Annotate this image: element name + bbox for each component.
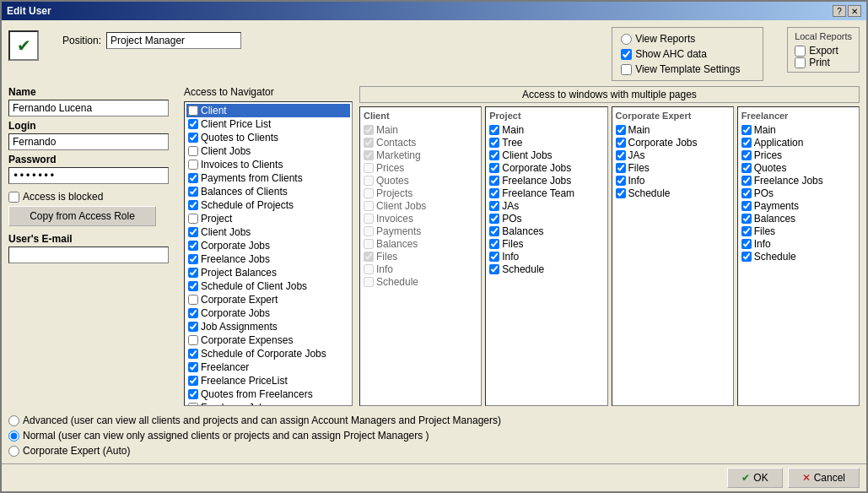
list-item[interactable]: Freelance Jobs [186, 401, 350, 405]
access-item[interactable]: Payments [741, 200, 855, 212]
list-item[interactable]: Client Jobs [186, 225, 350, 239]
position-label: Position: [62, 35, 101, 46]
access-item[interactable]: POs [741, 187, 855, 199]
list-item[interactable]: Payments from Clients [186, 171, 350, 185]
access-item[interactable]: Balances [741, 213, 855, 225]
print-checkbox[interactable]: Print [795, 57, 852, 68]
list-item[interactable]: Schedule of Corporate Jobs [186, 347, 350, 360]
list-item[interactable]: Quotes from Freelancers [186, 387, 350, 401]
advanced-radio[interactable] [8, 415, 19, 426]
list-item[interactable]: Corporate Jobs [186, 239, 350, 252]
list-item[interactable]: Project Balances [186, 266, 350, 279]
access-item[interactable]: POs [489, 213, 603, 225]
list-item[interactable]: Client Price List [186, 117, 350, 131]
list-item[interactable]: Schedule of Client Jobs [186, 279, 350, 293]
corporate-radio[interactable] [8, 446, 19, 457]
ok-button[interactable]: ✔ OK [727, 468, 782, 488]
access-item: Prices [364, 162, 477, 174]
access-item[interactable]: JAs [616, 149, 730, 161]
advanced-radio-label: Advanced (user can view all clients and … [23, 414, 501, 426]
titlebar: Edit User ? ✕ [2, 2, 866, 20]
access-item[interactable]: Files [616, 162, 730, 174]
list-item[interactable]: Invoices to Clients [186, 158, 350, 171]
access-item[interactable]: JAs [489, 200, 603, 212]
access-item[interactable]: Files [741, 225, 855, 237]
access-item[interactable]: Info [741, 238, 855, 250]
corporate-radio-label: Corporate Expert (Auto) [23, 445, 130, 457]
view-template-checkbox[interactable]: View Template Settings [621, 63, 754, 75]
local-reports-title: Local Reports [795, 31, 852, 41]
corporate-access-col[interactable]: Corporate Expert Main Corporate Jobs JAs… [612, 106, 734, 406]
access-item[interactable]: Balances [489, 225, 603, 237]
access-item[interactable]: Tree [489, 137, 603, 149]
access-item[interactable]: Freelance Team [489, 187, 603, 199]
name-group: Name [8, 86, 177, 116]
access-item[interactable]: Corporate Jobs [489, 162, 603, 174]
bottom-buttons: ✔ OK ✕ Cancel [2, 463, 866, 491]
access-item: Projects [364, 187, 477, 199]
normal-radio[interactable] [8, 431, 19, 442]
copy-from-access-role-button[interactable]: Copy from Access Role [8, 206, 156, 226]
position-input[interactable] [106, 32, 241, 49]
list-item[interactable]: Client Jobs [186, 144, 350, 158]
access-item: Invoices [364, 213, 477, 225]
access-item: Quotes [364, 175, 477, 187]
client-access-col[interactable]: Client Main Contacts Marketing Prices Qu… [359, 106, 482, 406]
access-item[interactable]: Quotes [741, 162, 855, 174]
cancel-button[interactable]: ✕ Cancel [788, 468, 860, 488]
access-item[interactable]: Main [741, 124, 855, 136]
access-item[interactable]: Files [489, 238, 603, 250]
access-item[interactable]: Freelance Jobs [741, 175, 855, 187]
corporate-col-title: Corporate Expert [616, 111, 730, 121]
list-item[interactable]: Corporate Expert [186, 293, 350, 306]
list-item[interactable]: Schedule of Projects [186, 198, 350, 212]
close-button[interactable]: ✕ [848, 5, 861, 17]
freelancer-access-col[interactable]: Freelancer Main Application Prices Quote… [737, 106, 860, 406]
show-ahc-checkbox[interactable]: Show AHC data [621, 48, 754, 60]
access-item[interactable]: Schedule [616, 187, 730, 199]
list-item[interactable]: Project [186, 212, 350, 225]
list-item[interactable]: Balances of Clients [186, 185, 350, 198]
access-item[interactable]: Info [489, 251, 603, 263]
access-panel: Access to windows with multiple pages Cl… [359, 86, 860, 406]
navigator-list[interactable]: Client Client Price List Quotes to Clien… [185, 102, 352, 405]
list-item[interactable]: Freelance Jobs [186, 252, 350, 266]
export-checkbox[interactable]: Export [795, 45, 852, 57]
email-input[interactable] [8, 246, 169, 263]
local-reports-box: Local Reports Export Print [787, 27, 860, 73]
list-item[interactable]: Corporate Expenses [186, 333, 350, 347]
middle-section: Name Login Password Access is blocked Co… [8, 86, 860, 406]
access-item[interactable]: Corporate Jobs [616, 137, 730, 149]
list-item[interactable]: Job Assignments [186, 320, 350, 333]
top-section: ✔ Position: View Reports Show AHC data V… [8, 27, 860, 81]
list-item[interactable]: Corporate Jobs [186, 306, 350, 320]
access-item: Schedule [364, 276, 477, 288]
help-button[interactable]: ? [833, 5, 846, 17]
access-item[interactable]: Main [616, 124, 730, 136]
list-item[interactable]: Quotes to Clients [186, 131, 350, 144]
password-input[interactable] [8, 167, 169, 184]
access-blocked-label: Access is blocked [23, 191, 103, 203]
access-item[interactable]: Prices [741, 149, 855, 161]
access-item[interactable]: Schedule [489, 263, 603, 275]
list-item[interactable]: Freelance PriceList [186, 374, 350, 387]
list-item[interactable]: Client [186, 104, 350, 117]
list-item[interactable]: Freelancer [186, 360, 350, 374]
access-item: Balances [364, 238, 477, 250]
ok-checkmark-icon: ✔ [741, 472, 750, 484]
email-group: User's E-mail [8, 230, 177, 263]
name-input[interactable] [8, 100, 169, 116]
view-reports-radio[interactable]: View Reports [621, 33, 754, 45]
normal-radio-row: Normal (user can view only assigned clie… [8, 430, 860, 442]
access-item[interactable]: Main [489, 124, 603, 136]
access-item: Payments [364, 225, 477, 237]
access-item[interactable]: Client Jobs [489, 149, 603, 161]
project-access-col[interactable]: Project Main Tree Client Jobs Corporate … [485, 106, 607, 406]
login-input[interactable] [8, 133, 169, 150]
access-item[interactable]: Application [741, 137, 855, 149]
name-label: Name [8, 86, 177, 98]
access-item[interactable]: Freelance Jobs [489, 175, 603, 187]
access-item[interactable]: Info [616, 175, 730, 187]
access-blocked-checkbox[interactable] [8, 192, 19, 203]
access-item[interactable]: Schedule [741, 251, 855, 263]
